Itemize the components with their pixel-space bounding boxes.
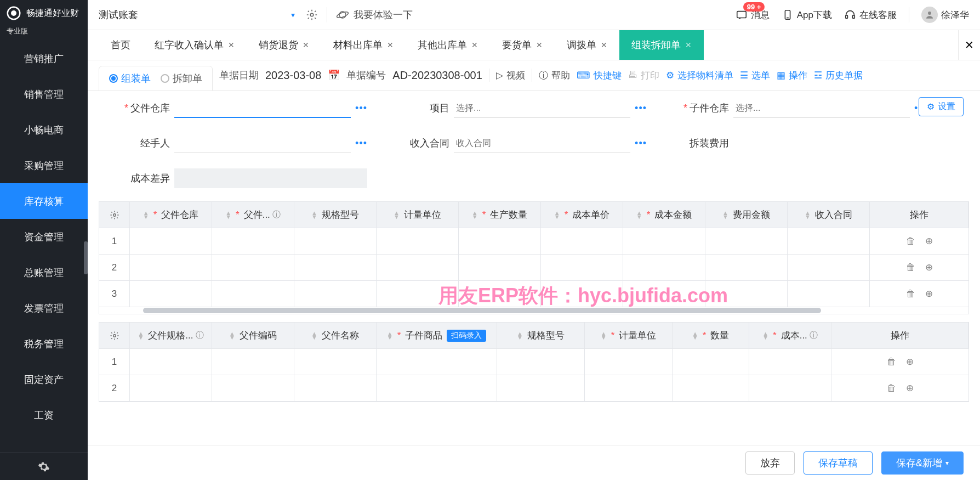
table-cell[interactable] bbox=[788, 255, 870, 280]
operate-button[interactable]: ▦操作 bbox=[777, 69, 807, 82]
income-input[interactable] bbox=[454, 133, 630, 153]
table-cell[interactable] bbox=[541, 281, 623, 307]
table-cell[interactable] bbox=[130, 281, 212, 307]
table-cell[interactable] bbox=[673, 349, 749, 375]
download-button[interactable]: App下载 bbox=[782, 9, 832, 21]
table-cell[interactable] bbox=[541, 228, 623, 254]
table-cell[interactable] bbox=[623, 255, 705, 280]
tab-3[interactable]: 材料出库单✕ bbox=[321, 30, 406, 60]
column-header[interactable]: ▲▼*父件... ⓘ bbox=[212, 202, 294, 228]
sidebar-item-8[interactable]: 税务管理 bbox=[0, 326, 88, 362]
sidebar-item-9[interactable]: 固定资产 bbox=[0, 362, 88, 397]
handler-input[interactable] bbox=[174, 133, 351, 153]
table-settings[interactable] bbox=[99, 323, 130, 348]
column-header[interactable]: ▲▼计量单位 bbox=[377, 202, 459, 228]
column-header[interactable]: ▲▼费用金额 bbox=[705, 202, 788, 228]
tab-2[interactable]: 销货退货✕ bbox=[247, 30, 321, 60]
column-header[interactable]: ▲▼规格型号 bbox=[294, 202, 377, 228]
table-cell[interactable] bbox=[541, 255, 623, 280]
close-icon[interactable]: ✕ bbox=[387, 41, 394, 49]
settings-button[interactable]: ⚙设置 bbox=[919, 97, 964, 116]
table-cell[interactable] bbox=[585, 349, 673, 375]
table-cell[interactable] bbox=[294, 349, 377, 375]
close-icon[interactable]: ✕ bbox=[228, 41, 235, 49]
account-selector[interactable]: 测试账套 ▾ bbox=[99, 8, 318, 21]
table-cell[interactable] bbox=[212, 281, 294, 307]
close-icon[interactable]: ✕ bbox=[601, 41, 607, 49]
sidebar-scrollbar[interactable] bbox=[84, 241, 88, 274]
table-cell[interactable] bbox=[377, 349, 497, 375]
table-cell[interactable] bbox=[294, 375, 377, 401]
table-cell[interactable] bbox=[623, 228, 705, 254]
parent-warehouse-input[interactable] bbox=[174, 98, 351, 118]
tab-5[interactable]: 要货单✕ bbox=[490, 30, 555, 60]
shortcut-button[interactable]: ⌨快捷键 bbox=[577, 69, 622, 82]
tab-4[interactable]: 其他出库单✕ bbox=[406, 30, 490, 60]
table-cell[interactable] bbox=[212, 375, 294, 401]
table-cell[interactable] bbox=[212, 228, 294, 254]
close-icon[interactable]: ✕ bbox=[303, 41, 309, 49]
table-cell[interactable] bbox=[294, 228, 377, 254]
table-cell[interactable] bbox=[459, 255, 541, 280]
column-header[interactable]: ▲▼*成本单价 bbox=[541, 202, 623, 228]
close-icon[interactable]: ✕ bbox=[536, 41, 543, 49]
save-button[interactable]: 保存&新增▾ bbox=[881, 451, 964, 475]
draft-button[interactable]: 保存草稿 bbox=[804, 451, 873, 475]
column-header[interactable]: ▲▼父件名称 bbox=[294, 323, 377, 348]
user-menu[interactable]: 徐泽华 bbox=[921, 7, 969, 23]
table-cell[interactable] bbox=[623, 281, 705, 307]
scan-tag[interactable]: 扫码录入 bbox=[447, 330, 486, 342]
table-cell[interactable] bbox=[377, 255, 459, 280]
table-cell[interactable] bbox=[705, 281, 788, 307]
column-header[interactable]: ▲▼父件规格... ⓘ bbox=[130, 323, 212, 348]
table-cell[interactable] bbox=[585, 375, 673, 401]
table-cell[interactable] bbox=[673, 375, 749, 401]
table-cell[interactable] bbox=[459, 228, 541, 254]
gear-icon[interactable] bbox=[306, 9, 318, 21]
delete-icon[interactable]: 🗑 bbox=[906, 236, 915, 247]
column-header[interactable]: ▲▼规格型号 bbox=[497, 323, 585, 348]
column-header[interactable]: ▲▼*成本金额 bbox=[623, 202, 705, 228]
table-cell[interactable] bbox=[130, 255, 212, 280]
table-cell[interactable] bbox=[497, 349, 585, 375]
handler-picker[interactable]: ••• bbox=[355, 138, 367, 149]
tab-6[interactable]: 调拨单✕ bbox=[555, 30, 619, 60]
discard-button[interactable]: 放弃 bbox=[745, 451, 795, 475]
bom-button[interactable]: ⚙选择物料清单 bbox=[666, 69, 733, 82]
radio-disassemble[interactable]: 拆卸单 bbox=[161, 72, 202, 85]
table-cell[interactable] bbox=[497, 375, 585, 401]
tab-1[interactable]: 红字收入确认单✕ bbox=[143, 30, 247, 60]
sidebar-item-0[interactable]: 营销推广 bbox=[0, 41, 88, 76]
sidebar-item-4[interactable]: 库存核算 bbox=[0, 183, 88, 219]
sidebar-item-6[interactable]: 总账管理 bbox=[0, 255, 88, 290]
sidebar-item-10[interactable]: 工资 bbox=[0, 397, 88, 433]
table-cell[interactable] bbox=[705, 228, 788, 254]
table-cell[interactable] bbox=[377, 281, 459, 307]
table-cell[interactable] bbox=[459, 281, 541, 307]
project-picker[interactable]: ••• bbox=[635, 103, 647, 114]
service-button[interactable]: 在线客服 bbox=[844, 9, 897, 21]
date-value[interactable]: 2023-03-08 bbox=[265, 69, 321, 82]
radio-assemble[interactable]: 组装单 bbox=[109, 72, 151, 85]
table-cell[interactable] bbox=[294, 255, 377, 280]
add-icon[interactable]: ⊕ bbox=[925, 235, 933, 247]
help-button[interactable]: ⓘ帮助 bbox=[539, 69, 570, 82]
delete-icon[interactable]: 🗑 bbox=[887, 357, 896, 368]
table-cell[interactable] bbox=[212, 349, 294, 375]
column-header[interactable]: ▲▼*子件商品扫码录入 bbox=[377, 323, 497, 348]
sidebar-item-1[interactable]: 销售管理 bbox=[0, 76, 88, 112]
add-icon[interactable]: ⊕ bbox=[906, 382, 914, 394]
add-icon[interactable]: ⊕ bbox=[925, 288, 933, 300]
table-settings[interactable] bbox=[99, 202, 130, 228]
delete-icon[interactable]: 🗑 bbox=[887, 383, 896, 394]
sidebar-settings[interactable] bbox=[0, 453, 88, 480]
column-header[interactable]: ▲▼收入合同 bbox=[788, 202, 870, 228]
column-header[interactable]: ▲▼父件编码 bbox=[212, 323, 294, 348]
table-cell[interactable] bbox=[377, 228, 459, 254]
income-picker[interactable]: ••• bbox=[635, 138, 647, 149]
sidebar-item-5[interactable]: 资金管理 bbox=[0, 219, 88, 255]
table-cell[interactable] bbox=[212, 255, 294, 280]
child-warehouse-input[interactable] bbox=[733, 98, 910, 118]
sidebar-item-7[interactable]: 发票管理 bbox=[0, 290, 88, 326]
column-header[interactable]: ▲▼*成本... ⓘ bbox=[749, 323, 831, 348]
